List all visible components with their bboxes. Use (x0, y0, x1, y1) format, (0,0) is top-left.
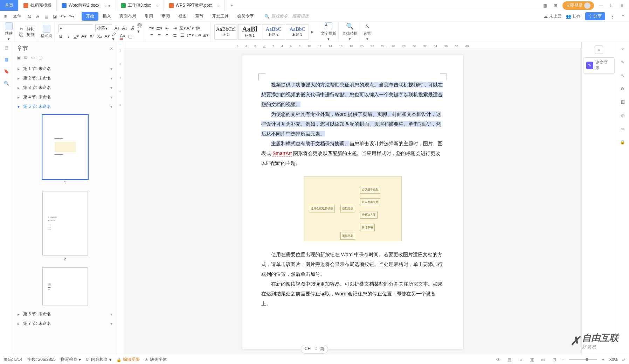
section-item[interactable]: ▸第 1 节: 未命名▾ (15, 64, 115, 74)
shading-icon[interactable]: ▭▾ (195, 33, 201, 38)
section-item[interactable]: ▸第 4 节: 未命名▾ (15, 92, 115, 102)
shrink-font-icon[interactable]: A↓ (122, 26, 127, 31)
section-item[interactable]: ▸第 2 节: 未命名▾ (15, 74, 115, 83)
section-item[interactable]: ▸第 7 节: 未命名▾ (15, 319, 115, 328)
document-page[interactable]: 视频提供了功能强大的方法帮助您证明您的观点。当您单击联机视频时，可以在想要添加的… (242, 55, 463, 349)
view-read-icon[interactable]: ▯▯ (528, 356, 535, 363)
strike-icon[interactable]: A̶▾ (81, 34, 87, 39)
bookmark-icon[interactable]: 🔖 (3, 68, 10, 75)
rtab-start[interactable]: 开始 (82, 12, 98, 21)
bold-icon[interactable]: B (58, 34, 64, 39)
more-icon[interactable]: ⋮ (609, 13, 616, 20)
collapse-ribbon-icon[interactable]: ⌃ (620, 13, 626, 20)
phonetic-icon[interactable]: 變▾ (137, 26, 143, 31)
word-count[interactable]: 字数: 206/2855 (27, 357, 56, 363)
tab-ppt[interactable]: WPS PPT教程.pptx○ (164, 0, 225, 11)
section-item[interactable]: ▸第 6 节: 未命名▾ (15, 309, 115, 319)
grow-font-icon[interactable]: A↑ (114, 26, 120, 31)
bullets-icon[interactable]: ≡▾ (149, 26, 154, 31)
text-effect-icon[interactable]: A▾ (104, 34, 110, 39)
view-web-icon[interactable]: ▭ (540, 356, 547, 363)
rr-settings-icon[interactable]: ⚙ (619, 85, 626, 92)
rr-book-icon[interactable]: ▭ (619, 125, 626, 132)
cut-button[interactable]: ✂剪切 (19, 26, 35, 32)
style-h2[interactable]: AaBbC标题 2 (262, 24, 285, 40)
rtab-vip[interactable]: 会员专享 (233, 12, 258, 21)
superscript-icon[interactable]: X² (89, 34, 95, 39)
zoom-slider[interactable] (569, 359, 597, 360)
nav-tool-3-icon[interactable]: ▭ (31, 55, 35, 60)
find-replace-button[interactable]: 🔍查找替换▾ (342, 22, 358, 41)
tab-template[interactable]: 找稻壳模板 (19, 0, 57, 11)
tab-word-doc[interactable]: Word教程2.docx○ ● (57, 0, 116, 11)
page-thumbnail-3[interactable]: XXXX━━━━━━━━━━━━ (42, 267, 88, 306)
document-scroll[interactable]: 视频提供了功能强大的方法帮助您证明您的观点。当您单击联机视频时，可以在想要添加的… (124, 48, 581, 355)
save-icon[interactable]: 🖫 (26, 13, 33, 20)
show-marks-icon[interactable]: ¶▾ (195, 26, 201, 31)
copy-button[interactable]: ⿻复制 (19, 32, 35, 38)
italic-icon[interactable]: I (66, 34, 71, 39)
font-color-icon[interactable]: A▾ (120, 34, 125, 39)
spell-check[interactable]: 拼写检查 ▾ (61, 357, 81, 363)
layout-icon[interactable]: ▦ (541, 2, 548, 9)
smartart-text[interactable]: SmartArt (272, 150, 292, 156)
close-tab-icon[interactable]: ○ ● (104, 3, 111, 8)
search-box[interactable]: 🔍 查找命令、搜索模板 (264, 13, 309, 19)
zoom-in-button[interactable]: ＋ (601, 357, 605, 363)
style-h1[interactable]: AaBl标题 1 (238, 24, 261, 40)
nav-tool-2-icon[interactable]: ⊡ (24, 55, 28, 60)
style-h3[interactable]: AaBbC标题 3 (286, 24, 309, 40)
align-center-icon[interactable]: ≡ (157, 33, 162, 38)
rr-image-icon[interactable]: 🖼 (619, 99, 626, 106)
align-left-icon[interactable]: ≡ (149, 33, 154, 38)
rtab-insert[interactable]: 插入 (98, 12, 115, 21)
quick-icon[interactable]: ◪ (51, 13, 58, 20)
format-brush-button[interactable]: 格式刷 (41, 25, 52, 38)
redo-icon[interactable]: ↷▾ (68, 13, 75, 20)
indent-icon[interactable]: ⇥ (172, 26, 178, 31)
tab-home[interactable]: 首页 (0, 0, 19, 11)
rtab-review[interactable]: 审阅 (157, 12, 174, 21)
close-window-button[interactable]: ✕ (618, 2, 625, 9)
outdent-icon[interactable]: ⇤ (164, 26, 170, 31)
close-tab-icon[interactable]: ○ (156, 3, 158, 8)
view-focus-icon[interactable]: ⊡ (551, 356, 558, 363)
close-tab-icon[interactable]: ○ (217, 3, 220, 8)
underline-icon[interactable]: U▾ (74, 34, 79, 39)
rtab-dev[interactable]: 开发工具 (208, 12, 233, 21)
body-text[interactable]: 在新的阅读视图中阅读更加容易。可以折叠文档某些部分并关注所需文本。如果在达到结尾… (261, 279, 444, 308)
login-button[interactable]: 立即登录 (562, 1, 594, 10)
selected-text[interactable]: 视频提供了功能强大的方法帮助您证明您的观点。当您单击联机视频时，可以在想要添加的… (261, 82, 443, 107)
font-family-select[interactable]: ▾ (58, 24, 93, 32)
diagram-image[interactable]: 通用会议纪要模板 基础信息 会议基本信息 前人发言总结 待解决方案 其他事项 落… (304, 176, 402, 241)
view-page-icon[interactable]: ▤ (506, 356, 513, 363)
body-text[interactable]: 使用在需要位置出现的新按钮在 Word 中保存时间。若要更改图片适应文档的方式，… (261, 250, 444, 279)
view-eye-icon[interactable]: 👁 (495, 356, 502, 363)
tab-xlsx[interactable]: 工作簿3.xlsx○ (116, 0, 164, 11)
nav-tool-4-icon[interactable]: ▢ (39, 55, 42, 60)
rtab-view[interactable]: 视图 (174, 12, 191, 21)
asian-layout-icon[interactable]: Aᴬ▾ (187, 26, 193, 31)
rr-location-icon[interactable]: ◎ (619, 112, 626, 119)
distribute-icon[interactable]: ☰ (180, 33, 185, 38)
ime-indicator[interactable]: CH☽简 (301, 345, 328, 354)
share-button[interactable]: ⇪ 分享 (585, 12, 605, 20)
align-justify-icon[interactable]: ≣ (172, 33, 178, 38)
text-layout-button[interactable]: A文字排版▾ (321, 22, 336, 41)
section-item-active[interactable]: ▾第 5 节: 未命名▾ (15, 102, 115, 111)
page-thumbnail-1[interactable]: ▬▬▬▬▬▬▬▬▬▬▬▬▬▬▬▬▬▬▬▬▬▬▬▬▬▬▬ (42, 115, 88, 179)
cloud-status[interactable]: ☁未上云 (544, 13, 562, 19)
print-icon[interactable]: 🖨 (35, 13, 41, 20)
add-tab-button[interactable]: ＋ (225, 0, 239, 11)
grid-icon[interactable]: ⊞ (552, 2, 559, 9)
rtab-ref[interactable]: 引用 (140, 12, 157, 21)
zoom-level[interactable]: 80% (609, 357, 618, 362)
section-item[interactable]: ▸第 3 节: 未命名▾ (15, 83, 115, 92)
horizontal-ruler[interactable]: 642△ 2468 10121416 18202224 26283032 343… (124, 42, 581, 48)
undo-icon[interactable]: ↶▾ (60, 13, 66, 20)
style-gallery-more-icon[interactable]: ▸ (310, 29, 315, 35)
rr-pen-icon[interactable]: ✎ (619, 59, 626, 66)
file-menu[interactable]: 文件 (10, 13, 24, 19)
thumbnails-icon[interactable]: ▦ (3, 56, 10, 63)
rr-cursor-icon[interactable]: ↖ (619, 72, 626, 79)
